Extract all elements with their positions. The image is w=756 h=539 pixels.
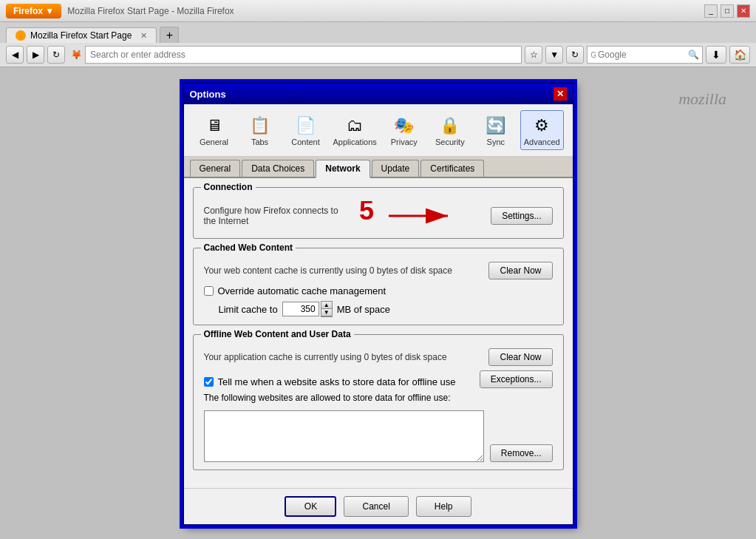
dialog-content: Connection Configure how Firefox connect… <box>184 178 573 488</box>
websites-container: Remove... <box>204 406 553 462</box>
general-icon: 🖥 <box>202 114 226 138</box>
toolbar-label-privacy: Privacy <box>391 138 418 146</box>
toolbar-label-security: Security <box>435 138 465 146</box>
cancel-button[interactable]: Cancel <box>344 496 408 517</box>
applications-icon: 🗂 <box>343 114 367 138</box>
spinner-down-button[interactable]: ▼ <box>321 309 332 316</box>
tell-me-checkbox[interactable] <box>204 377 214 387</box>
dialog-close-button[interactable]: ✕ <box>554 87 567 101</box>
inner-tab-general[interactable]: General <box>190 160 241 177</box>
inner-tab-certificates[interactable]: Certificates <box>420 160 484 177</box>
help-button[interactable]: Help <box>416 496 471 517</box>
connection-title: Connection <box>201 182 256 192</box>
firefox-menu-button[interactable]: Firefox ▼ <box>6 4 61 18</box>
offline-description: Your application cache is currently usin… <box>204 352 489 362</box>
toolbar-label-general: General <box>200 138 228 146</box>
tell-me-row: Tell me when a website asks to store dat… <box>204 370 553 388</box>
tab-title: Mozilla Firefox Start Page <box>30 30 132 41</box>
settings-button[interactable]: Settings... <box>491 207 552 225</box>
dialog-buttons: OK Cancel Help <box>184 488 573 524</box>
options-dialog: Options ✕ 🖥 General 📋 Tabs 📄 Content 🗂 A… <box>183 82 574 526</box>
refresh-nav-button[interactable]: ↻ <box>566 46 584 64</box>
limit-cache-row: Limit cache to ▲ ▼ MB of space <box>204 301 553 317</box>
clear-offline-button[interactable]: Clear Now <box>488 348 552 366</box>
toolbar-label-content: Content <box>291 138 320 146</box>
remove-btn-container: Remove... <box>490 406 553 462</box>
address-input[interactable] <box>85 46 522 64</box>
forward-button[interactable]: ▶ <box>27 46 44 64</box>
remove-button[interactable]: Remove... <box>490 444 553 462</box>
spinner-buttons: ▲ ▼ <box>321 301 333 317</box>
refresh-button[interactable]: ↻ <box>47 46 65 64</box>
override-cache-label: Override automatic cache management <box>218 285 386 296</box>
inner-tab-data-choices[interactable]: Data Choices <box>242 160 314 177</box>
google-search-input[interactable] <box>598 50 687 60</box>
websites-section: The following websites are allowed to st… <box>204 393 553 462</box>
firefox-logo: 🦊 <box>71 50 82 60</box>
inner-tab-network[interactable]: Network <box>316 160 370 178</box>
active-tab[interactable]: Mozilla Firefox Start Page ✕ <box>6 27 157 43</box>
toolbar-item-tabs[interactable]: 📋 Tabs <box>239 110 282 150</box>
exceptions-button[interactable]: Exceptions... <box>480 370 553 388</box>
toolbar-item-advanced[interactable]: ⚙ Advanced <box>520 110 564 150</box>
toolbar-label-advanced: Advanced <box>524 138 560 146</box>
close-window-button[interactable]: ✕ <box>737 4 750 18</box>
page-content: mozilla Options ✕ 🖥 General 📋 Tabs 📄 Con… <box>0 67 756 539</box>
offline-title: Offline Web Content and User Data <box>201 329 354 339</box>
tell-me-label: Tell me when a website asks to store dat… <box>218 376 456 387</box>
inner-tab-update[interactable]: Update <box>372 160 420 177</box>
toolbar-item-applications[interactable]: 🗂 Applications <box>330 110 380 150</box>
limit-suffix: MB of space <box>337 304 390 315</box>
security-icon: 🔒 <box>438 114 462 138</box>
override-cache-row: Override automatic cache management <box>204 285 553 296</box>
tab-favicon <box>16 30 26 41</box>
mozilla-watermark: mozilla <box>678 89 726 109</box>
dialog-toolbar: 🖥 General 📋 Tabs 📄 Content 🗂 Application… <box>184 104 573 157</box>
browser-chrome: Firefox ▼ Mozilla Firefox Start Page - M… <box>0 0 756 67</box>
offline-section: Offline Web Content and User Data Your a… <box>193 334 564 470</box>
google-icon: G <box>590 51 596 59</box>
limit-cache-input[interactable] <box>282 302 319 316</box>
limit-label: Limit cache to <box>219 304 278 315</box>
tabs-icon: 📋 <box>248 114 272 138</box>
window-title: Mozilla Firefox Start Page - Mozilla Fir… <box>67 6 234 16</box>
toolbar-item-general[interactable]: 🖥 General <box>193 110 236 150</box>
downloads-button[interactable]: ⬇ <box>706 46 726 64</box>
ok-button[interactable]: OK <box>285 496 336 517</box>
cached-content-section: Cached Web Content Your web content cach… <box>193 248 564 325</box>
content-icon: 📄 <box>294 114 318 138</box>
toolbar-label-tabs: Tabs <box>251 138 268 146</box>
spinner-up-button[interactable]: ▲ <box>321 302 332 309</box>
cached-content-title: Cached Web Content <box>201 243 296 253</box>
toolbar-item-security[interactable]: 🔒 Security <box>429 110 471 150</box>
dialog-title: Options <box>190 89 226 100</box>
tell-me-container: Tell me when a website asks to store dat… <box>204 370 480 387</box>
clear-now-button[interactable]: Clear Now <box>488 262 552 279</box>
websites-list[interactable] <box>204 410 484 462</box>
svg-text:5: 5 <box>359 201 374 226</box>
back-button[interactable]: ◀ <box>6 46 24 64</box>
home-button[interactable]: 🏠 <box>729 46 750 64</box>
toolbar-label-applications: Applications <box>333 138 377 146</box>
websites-label: The following websites are allowed to st… <box>204 393 553 403</box>
tab-close-icon[interactable]: ✕ <box>140 31 147 41</box>
connection-description: Configure how Firefox connects to the In… <box>204 206 353 226</box>
nav-bar: ◀ ▶ ↻ 🦊 ☆ ▼ ↻ G 🔍 ⬇ 🏠 <box>0 43 756 67</box>
toolbar-item-content[interactable]: 📄 Content <box>285 110 327 150</box>
star-dropdown-button[interactable]: ▼ <box>545 46 563 64</box>
connection-section: Connection Configure how Firefox connect… <box>193 187 564 239</box>
cached-content-row: Your web content cache is currently usin… <box>204 262 553 279</box>
toolbar-item-privacy[interactable]: 🎭 Privacy <box>383 110 426 150</box>
maximize-button[interactable]: □ <box>721 4 734 18</box>
star-button[interactable]: ☆ <box>525 46 542 64</box>
offline-row: Your application cache is currently usin… <box>204 348 553 366</box>
override-cache-checkbox[interactable] <box>204 286 214 296</box>
inner-tab-strip: General Data Choices Network Update Cert… <box>184 157 573 178</box>
new-tab-button[interactable]: + <box>160 27 179 43</box>
connection-row: Configure how Firefox connects to the In… <box>204 201 553 231</box>
title-bar: Firefox ▼ Mozilla Firefox Start Page - M… <box>0 0 756 22</box>
minimize-button[interactable]: _ <box>704 4 718 18</box>
tab-bar: Mozilla Firefox Start Page ✕ + <box>0 22 756 43</box>
search-submit-icon[interactable]: 🔍 <box>688 50 699 60</box>
toolbar-item-sync[interactable]: 🔄 Sync <box>474 110 517 150</box>
